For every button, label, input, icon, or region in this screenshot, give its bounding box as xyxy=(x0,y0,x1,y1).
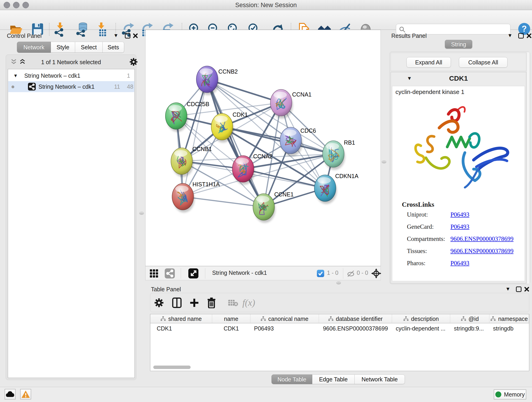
fit-selected-crosshair-icon[interactable] xyxy=(371,268,381,279)
node-label-CDC6: CDC6 xyxy=(300,128,316,134)
expand-all-button[interactable]: Expand All xyxy=(406,57,451,68)
crosslink-value-link[interactable]: P06493 xyxy=(450,223,469,230)
splitter-grip[interactable] xyxy=(139,212,144,215)
table-cell: CDK1 xyxy=(212,323,250,333)
crosslink-label: Tissues: xyxy=(407,248,427,254)
cloud-icon xyxy=(6,391,15,398)
column-header-canonical-name[interactable]: canonical name xyxy=(250,314,319,323)
warnings-button[interactable] xyxy=(20,389,31,400)
table-cell: stringdb:9... xyxy=(450,323,489,333)
column-header-shared-name[interactable]: shared name xyxy=(150,314,212,323)
tab-edge-table[interactable]: Edge Table xyxy=(312,375,355,384)
maximize-panel-icon[interactable] xyxy=(125,33,130,38)
gene-name: CDK1 xyxy=(391,75,526,82)
table-tabs: Node Table Edge Table Network Table xyxy=(272,375,405,384)
window-title: Session: New Session xyxy=(0,0,532,10)
crosslink-value-link[interactable]: P06493 xyxy=(450,211,469,218)
crosslink-row: Tissues: xyxy=(407,248,427,255)
float-panel-icon[interactable]: ▼ xyxy=(505,286,510,292)
close-panel-icon[interactable] xyxy=(133,33,138,39)
gear-icon[interactable] xyxy=(154,298,164,308)
tab-select[interactable]: Select xyxy=(75,42,103,53)
delete-table-icon xyxy=(228,299,238,307)
network-canvas[interactable]: CCNB2CCNA1CDC25BCDK1CDC6RB1CCNB1CCNA2CDK… xyxy=(145,30,381,266)
crosslink-label: Pharos: xyxy=(407,260,425,267)
birds-eye-view-icon[interactable] xyxy=(150,269,158,278)
network-label: String Network – cdk1 xyxy=(38,81,95,92)
close-panel-icon[interactable] xyxy=(524,286,530,292)
memory-button[interactable]: Memory xyxy=(494,389,526,400)
tree-expander-icon[interactable]: ▼ xyxy=(13,70,18,81)
memory-status-dot-icon xyxy=(495,391,501,397)
collapse-all-button[interactable]: Collapse All xyxy=(459,57,507,68)
crosslink-label: Compartments: xyxy=(407,235,445,242)
edge-count: 48 xyxy=(127,81,133,92)
results-button-row: Expand All Collapse All xyxy=(391,53,526,71)
table-cell: 9606.ENSP00000378699 xyxy=(319,323,392,333)
warning-icon xyxy=(21,390,30,398)
column-type-icon xyxy=(260,316,266,322)
maximize-panel-icon[interactable] xyxy=(516,287,521,292)
column-header-namespace[interactable]: namespace xyxy=(489,314,529,323)
horizontal-scrollbar[interactable] xyxy=(153,366,191,369)
network-tree: ▼ String Network – cdk1 1 ● String Netwo… xyxy=(8,69,135,378)
node-label-CDKN1A: CDKN1A xyxy=(335,173,359,179)
results-panel: Results Panel ▼ String Expand All Collap… xyxy=(387,30,532,287)
control-panel: Control Panel ▼ Network Style Select Set… xyxy=(0,30,142,387)
table-cell: CDK1 xyxy=(150,323,212,333)
open-in-browser-icon[interactable] xyxy=(188,268,198,279)
table-panel: Table Panel ▼ f(x) shared namenamecanoni… xyxy=(145,284,532,387)
main-toolbar: ? xyxy=(0,10,532,30)
float-panel-icon[interactable]: ▼ xyxy=(507,32,513,38)
column-header-description[interactable]: description xyxy=(392,314,450,323)
column-type-icon xyxy=(490,316,496,322)
column-type-icon xyxy=(461,316,466,322)
tab-string[interactable]: String xyxy=(445,40,472,49)
column-header-name[interactable]: name xyxy=(212,314,250,323)
string-style-icon[interactable] xyxy=(165,268,175,279)
tab-sets[interactable]: Sets xyxy=(103,42,124,53)
tab-network[interactable]: Network xyxy=(17,42,51,53)
table-row[interactable]: CDK1CDK1P064939606.ENSP00000378699cyclin… xyxy=(150,323,529,333)
node-table[interactable]: shared namenamecanonical namedatabase id… xyxy=(150,314,529,371)
crosslink-value-link[interactable]: 9606.ENSP00000378699 xyxy=(450,235,513,242)
cloud-button[interactable] xyxy=(5,389,16,400)
crosslink-value-link[interactable]: 9606.ENSP00000378699 xyxy=(450,248,513,255)
tab-style[interactable]: Style xyxy=(51,42,75,53)
node-label-CCNB2: CCNB2 xyxy=(218,68,238,75)
node-count: 11 xyxy=(114,81,120,92)
selected-checkbox-icon[interactable] xyxy=(317,270,324,277)
table-panel-title: Table Panel xyxy=(151,286,181,293)
tab-network-table[interactable]: Network Table xyxy=(355,375,405,384)
close-panel-icon[interactable] xyxy=(526,33,532,39)
add-column-icon[interactable] xyxy=(189,298,199,308)
splitter-grip[interactable] xyxy=(382,160,386,163)
node-label-CDK1: CDK1 xyxy=(233,111,248,118)
column-header--id[interactable]: @id xyxy=(450,314,489,323)
crosslink-value-link[interactable]: P06493 xyxy=(450,260,469,267)
float-panel-icon[interactable]: ▼ xyxy=(114,32,119,38)
network-row[interactable]: ● String Network – cdk1 11 48 xyxy=(8,81,134,92)
network-collection-row[interactable]: ▼ String Network – cdk1 1 xyxy=(8,70,134,81)
hidden-eye-icon xyxy=(346,269,355,278)
control-panel-title: Control Panel xyxy=(7,32,41,39)
network-tab-content: 1 of 1 Network selected ▼ String Network… xyxy=(6,55,136,380)
delete-column-icon[interactable] xyxy=(206,297,217,308)
toolbar-separator xyxy=(205,268,205,279)
current-network-dot-icon: ● xyxy=(11,81,15,92)
string-network-icon xyxy=(28,83,36,90)
gear-icon[interactable] xyxy=(129,57,138,66)
column-header-database-identifier[interactable]: database identifier xyxy=(319,314,392,323)
column-type-icon xyxy=(403,316,409,322)
control-panel-tabs: Network Style Select Sets xyxy=(17,42,124,53)
crosslink-row: Pharos: xyxy=(407,260,425,267)
maximize-panel-icon[interactable] xyxy=(518,33,524,38)
results-scrollbar[interactable] xyxy=(526,52,530,284)
protein-description: cyclin-dependent kinase 1 xyxy=(395,89,464,96)
show-columns-icon[interactable] xyxy=(171,297,182,308)
memory-label: Memory xyxy=(504,391,525,398)
column-type-icon xyxy=(328,316,334,322)
table-body: CDK1CDK1P064939606.ENSP00000378699cyclin… xyxy=(150,323,529,333)
crosslink-row: Uniprot: xyxy=(407,211,428,218)
tab-node-table[interactable]: Node Table xyxy=(272,375,312,384)
